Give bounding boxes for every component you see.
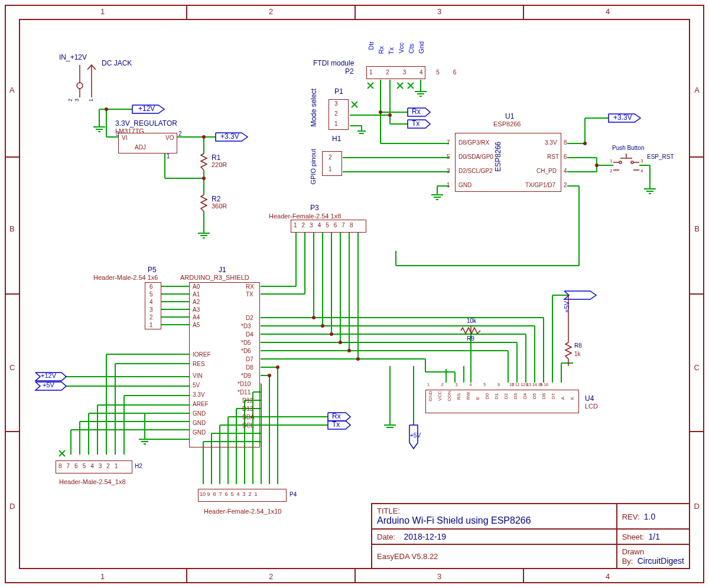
esp-r8: 3.3V (545, 139, 557, 146)
tb-date: 2018-12-19 (404, 532, 447, 541)
r8-val: 1k (574, 351, 581, 357)
mode-label: Mode select (310, 89, 318, 127)
tb-title-lbl: TITLE: (377, 507, 400, 515)
ard-rx: Rx (332, 412, 341, 420)
svg-text:2: 2 (178, 130, 182, 137)
esp-ref: U1 (505, 112, 514, 120)
esp-n8: 8 (564, 139, 567, 146)
esp-r6: RST (547, 153, 559, 160)
p1-3: 3 (334, 100, 338, 107)
tb-date-lbl: Date: (377, 533, 395, 541)
ftdi-rx: Rx (412, 107, 421, 116)
esp-33v: +3.3V (613, 113, 632, 122)
btn-label: Push Button (612, 145, 644, 151)
arduino-ref: J1 (219, 266, 226, 274)
p3-ref: P3 (310, 204, 319, 212)
lcd-name: LCD (585, 403, 598, 410)
h1-1: 1 (329, 166, 332, 172)
r1-val: 220R (212, 161, 227, 168)
p5-name: Header-Male-2.54 1x6 (93, 274, 158, 281)
ftdi-ref: P2 (345, 67, 354, 76)
r1-ref: R1 (212, 153, 220, 162)
ftdi-p1: Dtr (367, 41, 375, 50)
btn-ref: ESP_RST (647, 153, 674, 160)
esp-l1: GND (458, 182, 471, 188)
svg-point-100 (631, 161, 633, 164)
ftdi-p5: Cts (408, 44, 415, 54)
svg-point-185 (321, 324, 324, 328)
svg-point-99 (619, 161, 622, 164)
svg-point-26 (202, 135, 206, 139)
svg-point-94 (379, 110, 382, 114)
p5-box (145, 282, 161, 329)
reg-vo: VO (165, 135, 174, 141)
h2-name: Header-Male-2.54_1x8 (59, 478, 126, 485)
tb-drawn: CircuitDigest (638, 556, 684, 566)
svg-point-17 (77, 83, 83, 89)
ftdi-p2: Rx (378, 46, 385, 54)
lcd-ref: U4 (585, 394, 594, 403)
svg-point-191 (268, 374, 271, 377)
net-12v: +12V (138, 104, 155, 113)
ard-5v: +5V (43, 381, 54, 388)
svg-point-96 (595, 164, 599, 167)
ftdi-p3: Tx (388, 47, 395, 54)
esp-r4: CH_PD (536, 168, 557, 174)
p1-1: 1 (334, 120, 338, 127)
esp-n5: 5 (447, 153, 450, 160)
r2-ref: R2 (212, 195, 220, 203)
r2-val: 360R (212, 202, 227, 210)
svg-text:3: 3 (74, 99, 80, 102)
r8-ref: R8 (574, 342, 582, 349)
svg-point-27 (202, 177, 206, 180)
ftdi-p4: Vcc (398, 43, 405, 53)
tb-title: Arduino Wi-Fi Shield using ESP8266 (377, 515, 531, 525)
svg-point-93 (388, 113, 392, 117)
dcjack-ref: IN_+12V (59, 53, 87, 61)
esp-r2: TX/GP1/D7 (525, 182, 555, 188)
reg-adj: ADJ (135, 144, 146, 151)
title-block: TITLE: Arduino Wi-Fi Shield using ESP826… (371, 503, 690, 569)
r9-ref: R9 (467, 335, 474, 342)
ftdi-tx: Tx (412, 119, 419, 128)
esp-l7: D8/GP3/RX (458, 139, 489, 146)
reg-vi: VI (122, 135, 127, 141)
r8-5v: +5V (563, 301, 570, 313)
esp-n2: 2 (564, 182, 567, 188)
svg-point-189 (356, 357, 360, 361)
ftdi-label: FTDI module (313, 59, 354, 67)
svg-point-95 (583, 142, 587, 145)
svg-point-186 (330, 332, 333, 336)
svg-point-28 (105, 107, 108, 111)
esp-n4: 4 (564, 168, 567, 174)
gpio-label: GPIO pinout (310, 149, 317, 185)
wiring-svg: 2 3 1 3 2 1 (0, 0, 709, 588)
schematic-frame: 1 2 3 4 1 2 3 4 A B C D A B C D (0, 0, 709, 588)
esp-l5: D0/SDA/GP0 (458, 153, 493, 160)
mode-box (329, 99, 349, 130)
p4-ref: P4 (290, 491, 297, 498)
esp-n3: 3 (447, 168, 450, 174)
mode-ref: P1 (334, 87, 343, 96)
svg-point-188 (347, 349, 351, 352)
h2-ref: H2 (135, 463, 142, 469)
p4-name: Header-Female-2.54_1x10 (204, 508, 281, 515)
r9-val: 10k (467, 318, 476, 324)
svg-point-190 (276, 365, 279, 369)
ftdi-nums: 1 2 3 4 5 6 (369, 69, 462, 76)
tb-sheet-lbl: Sheet: (622, 533, 645, 541)
esp-n1: 1 (447, 182, 450, 188)
gpio-box (322, 151, 342, 176)
ard-tx: Tx (332, 420, 340, 429)
esp-l3: D2/SCL/GP2 (458, 168, 493, 174)
gpio-ref: H1 (332, 135, 341, 143)
tb-rev-lbl: REV: (622, 512, 640, 521)
p1-2: 2 (334, 110, 338, 117)
tb-sheet: 1/1 (648, 532, 659, 541)
p5-ref: P5 (148, 266, 157, 274)
lcd-5v: +5V (410, 432, 421, 439)
p3-name: Header-Female-2.54 1x8 (269, 213, 341, 220)
svg-text:1: 1 (88, 99, 94, 102)
svg-text:1: 1 (167, 153, 170, 159)
esp-name: ESP8266 (493, 120, 521, 128)
